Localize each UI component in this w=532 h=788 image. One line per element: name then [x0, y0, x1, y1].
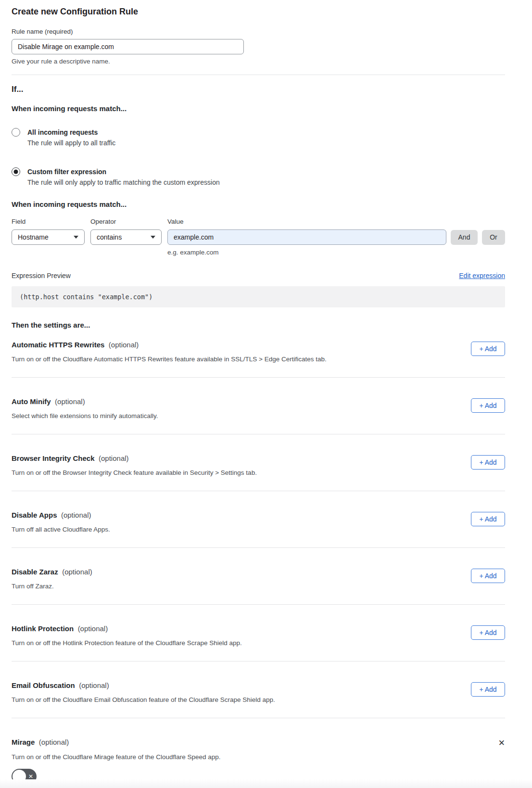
setting-optional-label: (optional) [62, 568, 92, 576]
and-button[interactable]: And [451, 230, 478, 245]
create-configuration-rule-form: Create new Configuration Rule Rule name … [0, 0, 532, 784]
add-button[interactable]: + Add [471, 625, 505, 640]
setting-section: Disable Apps (optional) Turn off all act… [12, 491, 505, 548]
chevron-down-icon [74, 236, 78, 239]
radio-icon[interactable] [12, 128, 20, 137]
rule-name-input[interactable] [12, 39, 244, 54]
setting-description: Turn on or off the Cloudflare Email Obfu… [12, 696, 430, 704]
radio-description: The rule will only apply to traffic matc… [27, 178, 220, 187]
setting-section: Email Obfuscation (optional) Turn on or … [12, 661, 505, 718]
setting-title: Hotlink Protection [12, 624, 74, 633]
toggle-off-x-icon: ✕ [28, 774, 33, 779]
add-button[interactable]: + Add [471, 512, 505, 526]
setting-optional-label: (optional) [109, 341, 139, 349]
close-icon[interactable]: ✕ [498, 739, 505, 747]
add-button[interactable]: + Add [471, 569, 505, 583]
radio-all-incoming-requests[interactable]: All incoming requests The rule will appl… [12, 128, 505, 147]
expression-builder-labels: Field Operator Value [12, 218, 505, 225]
page-title: Create new Configuration Rule [12, 7, 505, 16]
setting-section: Disable Zaraz (optional) Turn off Zaraz.… [12, 548, 505, 605]
settings-list: Automatic HTTPS Rewrites (optional) Turn… [12, 330, 505, 718]
setting-section: Hotlink Protection (optional) Turn on or… [12, 605, 505, 661]
rule-name-label: Rule name (required) [12, 28, 505, 36]
radio-custom-filter-expression[interactable]: Custom filter expression The rule will o… [12, 167, 505, 187]
setting-optional-label: (optional) [78, 624, 108, 633]
setting-title: Email Obfuscation [12, 681, 75, 689]
setting-optional-label: (optional) [55, 397, 85, 406]
value-label: Value [167, 218, 505, 225]
expression-preview-code: (http.host contains "example.com") [12, 286, 505, 307]
setting-title: Browser Integrity Check [12, 454, 95, 462]
radio-label: Custom filter expression [27, 168, 106, 176]
operator-select[interactable]: contains [90, 229, 162, 245]
operator-label: Operator [90, 218, 167, 225]
edit-expression-link[interactable]: Edit expression [459, 272, 505, 280]
operator-select-value: contains [97, 233, 122, 241]
setting-description: Turn on or off the Browser Integrity Che… [12, 469, 430, 477]
setting-description: Turn on or off the Hotlink Protection fe… [12, 639, 430, 647]
setting-description: Turn off all active Cloudflare Apps. [12, 526, 430, 534]
setting-optional-label: (optional) [61, 511, 91, 519]
field-select-value: Hostname [18, 233, 49, 241]
setting-title: Auto Minify [12, 397, 51, 406]
add-button[interactable]: + Add [471, 398, 505, 413]
radio-description: The rule will apply to all traffic [27, 139, 115, 147]
setting-optional-label: (optional) [99, 454, 129, 462]
setting-description: Turn off Zaraz. [12, 583, 430, 590]
expression-builder-heading: When incoming requests match... [12, 200, 505, 209]
field-label: Field [12, 218, 90, 225]
or-button[interactable]: Or [482, 230, 505, 245]
rule-name-helper: Give your rule a descriptive name. [12, 58, 505, 65]
setting-description: Turn on or off the Cloudflare Mirage fea… [12, 753, 430, 761]
expression-preview-label: Expression Preview [12, 272, 71, 280]
if-heading: If... [12, 85, 505, 94]
match-heading: When incoming requests match... [12, 104, 505, 113]
divider [12, 75, 505, 75]
radio-label: All incoming requests [27, 128, 98, 136]
expression-builder-row: Hostname contains And Or [12, 229, 505, 245]
setting-optional-label: (optional) [39, 738, 69, 746]
add-button[interactable]: + Add [471, 682, 505, 697]
setting-description: Turn on or off the Cloudflare Automatic … [12, 356, 430, 363]
value-helper: e.g. example.com [167, 249, 505, 256]
add-button[interactable]: + Add [471, 342, 505, 356]
setting-title: Disable Apps [12, 511, 57, 519]
setting-title: Mirage [12, 738, 35, 746]
value-input[interactable] [167, 229, 446, 245]
setting-title: Disable Zaraz [12, 568, 58, 576]
setting-section-mirage: Mirage (optional) ✕ Turn on or off the C… [12, 718, 505, 784]
chevron-down-icon [151, 236, 155, 239]
add-button[interactable]: + Add [471, 455, 505, 470]
page-bottom-fade [0, 779, 532, 788]
setting-optional-label: (optional) [79, 681, 109, 689]
setting-description: Select which file extensions to minify a… [12, 412, 430, 420]
setting-section: Browser Integrity Check (optional) Turn … [12, 434, 505, 491]
field-select[interactable]: Hostname [12, 229, 85, 245]
radio-icon[interactable] [12, 167, 20, 176]
setting-title: Automatic HTTPS Rewrites [12, 341, 104, 349]
setting-section: Automatic HTTPS Rewrites (optional) Turn… [12, 330, 505, 378]
settings-heading: Then the settings are... [12, 321, 505, 330]
setting-section: Auto Minify (optional) Select which file… [12, 378, 505, 434]
